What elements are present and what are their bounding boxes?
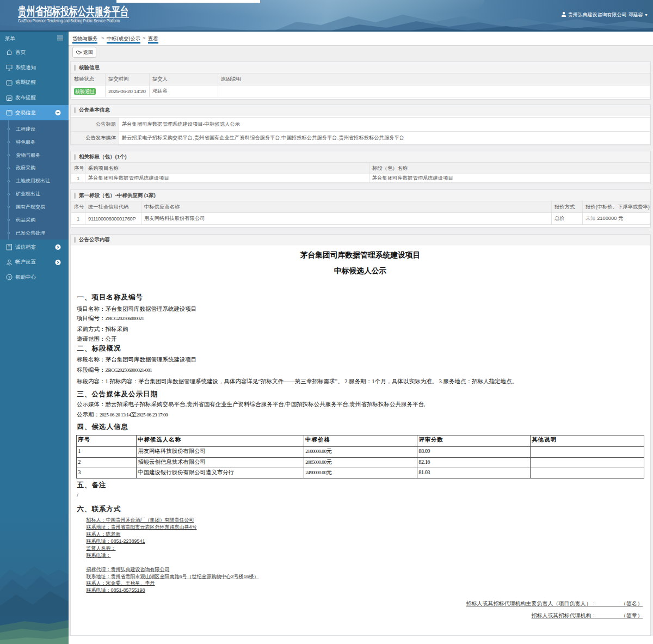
svg-text:?: ? [8, 275, 10, 280]
